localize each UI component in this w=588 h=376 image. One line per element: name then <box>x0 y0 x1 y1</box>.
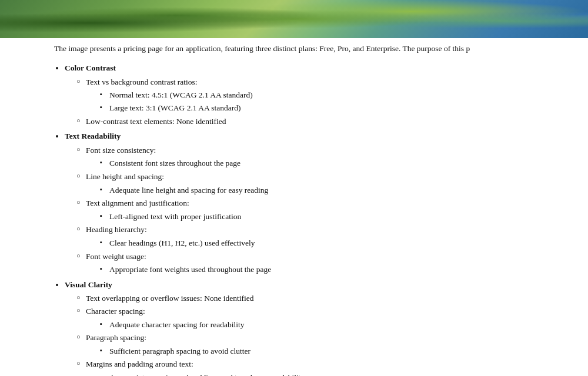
section-title: Text Readability <box>65 132 121 140</box>
content-panel: The image presents a pricing page for an… <box>47 38 588 376</box>
level2-list: Font size consistency: Consistent font s… <box>65 144 581 276</box>
list-item: Font size consistency: Consistent font s… <box>76 144 581 170</box>
main-content-list: Color Contrast Text vs background contra… <box>47 58 588 376</box>
list-item: Text overlapping or overflow issues: Non… <box>76 292 581 305</box>
list-item: Large text: 3:1 (WCAG 2.1 AA standard) <box>100 102 581 115</box>
list-item: Low-contrast text elements: None identif… <box>76 115 581 128</box>
list-item: Consistent font sizes throughout the pag… <box>100 157 581 170</box>
level3-list: Appropriate font weights used throughout… <box>86 263 581 276</box>
list-item: Font weight usage: Appropriate font weig… <box>76 250 581 276</box>
list-item: Appropriate margins and padding used to … <box>100 371 581 376</box>
level3-list: Sufficient paragraph spacing to avoid cl… <box>86 345 581 358</box>
level3-list: Consistent font sizes throughout the pag… <box>86 157 581 170</box>
level3-list: Normal text: 4.5:1 (WCAG 2.1 AA standard… <box>86 89 581 114</box>
level3-list: Left-aligned text with proper justificat… <box>86 210 581 223</box>
list-item: Normal text: 4.5:1 (WCAG 2.1 AA standard… <box>100 89 581 102</box>
list-item: Clear headings (H1, H2, etc.) used effec… <box>100 237 581 250</box>
list-item: Sufficient paragraph spacing to avoid cl… <box>100 345 581 358</box>
list-item: Paragraph spacing: Sufficient paragraph … <box>76 331 581 357</box>
intro-text: The image presents a pricing page for an… <box>47 38 588 58</box>
section-title: Color Contrast <box>65 63 116 72</box>
list-item: Left-aligned text with proper justificat… <box>100 210 581 223</box>
list-item: Color Contrast Text vs background contra… <box>65 62 581 127</box>
list-item: Text alignment and justification: Left-a… <box>76 197 581 223</box>
level2-list: Text vs background contrast ratios: Norm… <box>65 76 581 127</box>
level3-list: Appropriate margins and padding used to … <box>86 371 581 376</box>
list-item: Appropriate font weights used throughout… <box>100 263 581 276</box>
list-item: Margins and padding around text: Appropr… <box>76 358 581 376</box>
list-item: Heading hierarchy: Clear headings (H1, H… <box>76 223 581 249</box>
level2-list: Text overlapping or overflow issues: Non… <box>65 292 581 376</box>
list-item: Character spacing: Adequate character sp… <box>76 305 581 331</box>
list-item: Visual Clarity Text overlapping or overf… <box>65 278 581 376</box>
list-item: Line height and spacing: Adequate line h… <box>76 170 581 196</box>
section-title: Visual Clarity <box>65 280 112 289</box>
list-item: Text vs background contrast ratios: Norm… <box>76 76 581 115</box>
level3-list: Clear headings (H1, H2, etc.) used effec… <box>86 237 581 250</box>
list-item: Adequate line height and spacing for eas… <box>100 184 581 197</box>
list-item: Adequate character spacing for readabili… <box>100 318 581 331</box>
list-item: Text Readability Font size consistency: … <box>65 130 581 276</box>
background-image <box>0 0 588 38</box>
level3-list: Adequate line height and spacing for eas… <box>86 184 581 197</box>
level3-list: Adequate character spacing for readabili… <box>86 318 581 331</box>
